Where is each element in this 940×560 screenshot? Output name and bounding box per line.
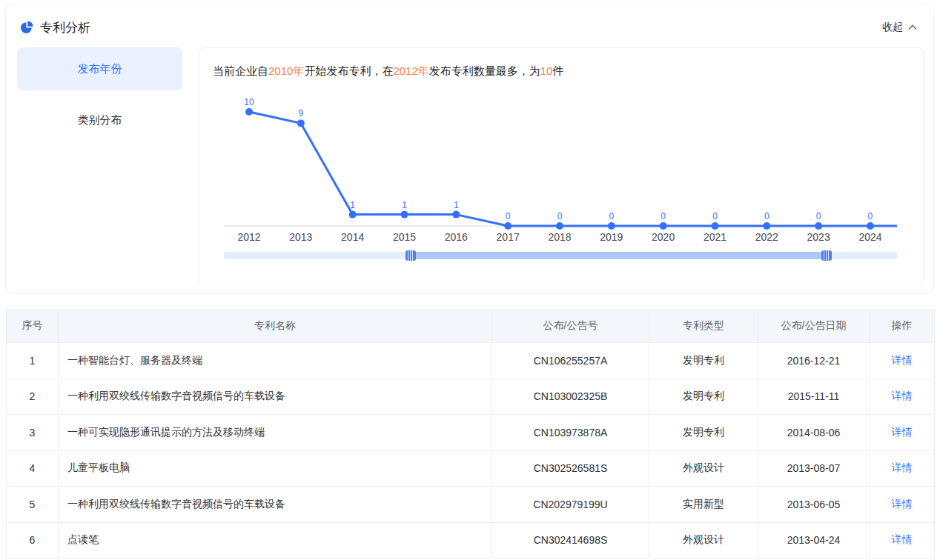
tab-publish-year[interactable]: 发布年份 xyxy=(17,47,182,90)
patent-analysis-card: 专利分析 收起 发布年份 类别分布 当前企业自2010年开始发布专利，在2012… xyxy=(5,4,934,294)
x-axis-tick-label: 2019 xyxy=(600,231,623,243)
table-row: 2一种利用双绞线传输数字音视频信号的车载设备CN103002325B发明专利20… xyxy=(7,379,935,415)
table-header-cell: 公布/公告日期 xyxy=(758,310,870,343)
patent-table: 序号专利名称公布/公告号专利类型公布/公告日期操作 1一种智能台灯、服务器及终端… xyxy=(6,309,935,559)
detail-link[interactable]: 详情 xyxy=(892,498,913,510)
data-point-label: 0 xyxy=(712,211,718,221)
cell-number: CN103973878A xyxy=(492,415,649,451)
cell-date: 2013-08-07 xyxy=(758,450,870,487)
table-row: 1一种智能台灯、服务器及终端CN106255257A发明专利2016-12-21… xyxy=(7,343,935,379)
table-header-cell: 公布/公告号 xyxy=(492,310,649,343)
detail-link[interactable]: 详情 xyxy=(892,354,913,366)
cell-date: 2016-12-21 xyxy=(758,343,870,379)
data-point-label: 0 xyxy=(557,211,563,221)
cell-date: 2013-06-05 xyxy=(758,487,870,523)
cell-date: 2014-08-06 xyxy=(758,415,870,451)
cell-type: 外观设计 xyxy=(649,450,758,487)
cell-index: 4 xyxy=(7,450,59,487)
cell-name: 一种智能台灯、服务器及终端 xyxy=(59,343,492,379)
cell-index: 6 xyxy=(7,522,59,559)
cell-name: 一种可实现隐形通讯提示的方法及移动终端 xyxy=(59,415,492,451)
cell-index: 3 xyxy=(7,415,59,451)
card-body: 发布年份 类别分布 当前企业自2010年开始发布专利，在2012年发布专利数量最… xyxy=(6,43,933,284)
patent-year-line-chart: 1020129201312014120151201602017020180201… xyxy=(199,48,924,285)
detail-link[interactable]: 详情 xyxy=(892,390,913,401)
cell-index: 1 xyxy=(7,343,59,379)
x-axis-tick-label: 2023 xyxy=(807,231,830,243)
cell-name: 一种利用双绞线传输数字音视频信号的车载设备 xyxy=(59,379,492,415)
x-axis-tick-label: 2013 xyxy=(289,231,312,243)
detail-link[interactable]: 详情 xyxy=(892,533,913,545)
chevron-up-icon xyxy=(908,24,917,30)
data-point-label: 0 xyxy=(506,211,511,221)
pie-chart-icon xyxy=(20,21,33,34)
data-point-label: 9 xyxy=(298,108,303,119)
collapse-button[interactable]: 收起 xyxy=(882,21,917,34)
cell-number: CN302414698S xyxy=(492,522,649,559)
x-axis-tick-label: 2012 xyxy=(237,231,260,243)
table-header-cell: 专利名称 xyxy=(59,310,492,343)
data-point xyxy=(711,222,718,230)
collapse-label: 收起 xyxy=(882,21,903,34)
data-point xyxy=(763,222,770,230)
table-row: 6点读笔CN302414698S外观设计2013-04-24详情 xyxy=(7,522,935,559)
data-point xyxy=(400,211,408,219)
data-point xyxy=(504,222,512,230)
detail-link[interactable]: 详情 xyxy=(892,426,913,438)
datazoom-right-handle[interactable] xyxy=(821,250,832,261)
chart-panel: 当前企业自2010年开始发布专利，在2012年发布专利数量最多，为10件 102… xyxy=(199,47,924,284)
data-point-label: 0 xyxy=(816,211,821,221)
x-axis-tick-label: 2022 xyxy=(755,231,778,243)
cell-action: 详情 xyxy=(870,343,935,379)
cell-type: 实用新型 xyxy=(649,487,758,523)
table-row: 3一种可实现隐形通讯提示的方法及移动终端CN103973878A发明专利2014… xyxy=(7,415,935,451)
cell-name: 一种利用双绞线传输数字音视频信号的车载设备 xyxy=(59,487,492,523)
data-point xyxy=(815,222,822,230)
cell-action: 详情 xyxy=(870,487,935,523)
tab-category-distribution[interactable]: 类别分布 xyxy=(17,99,182,141)
cell-number: CN202979199U xyxy=(492,487,649,523)
data-point-label: 1 xyxy=(402,200,407,210)
data-point-label: 0 xyxy=(868,211,873,221)
table-header-row: 序号专利名称公布/公告号专利类型公布/公告日期操作 xyxy=(7,310,935,343)
x-axis-tick-label: 2015 xyxy=(393,231,416,243)
datazoom-selected-range[interactable] xyxy=(411,252,826,259)
data-point xyxy=(245,108,253,116)
data-point-label: 0 xyxy=(764,211,769,221)
cell-action: 详情 xyxy=(870,450,935,487)
card-header: 专利分析 收起 xyxy=(6,4,933,43)
x-axis-tick-label: 2018 xyxy=(548,231,571,243)
data-point xyxy=(660,222,667,230)
series-line xyxy=(249,112,897,226)
cell-number: CN106255257A xyxy=(492,343,649,379)
cell-action: 详情 xyxy=(870,522,935,559)
detail-link[interactable]: 详情 xyxy=(892,461,913,473)
cell-date: 2013-04-24 xyxy=(758,522,870,559)
data-point xyxy=(608,222,615,230)
cell-type: 发明专利 xyxy=(649,343,758,379)
cell-type: 外观设计 xyxy=(649,522,758,559)
cell-action: 详情 xyxy=(870,379,935,415)
cell-action: 详情 xyxy=(870,415,935,451)
datazoom-track[interactable] xyxy=(224,252,897,259)
page-title: 专利分析 xyxy=(40,19,90,36)
x-axis-tick-label: 2020 xyxy=(652,231,675,243)
x-axis-tick-label: 2017 xyxy=(497,231,520,243)
data-point xyxy=(297,119,305,127)
data-point-label: 10 xyxy=(244,97,254,107)
x-axis-tick-label: 2014 xyxy=(341,231,364,243)
cell-type: 发明专利 xyxy=(649,379,758,415)
data-point-label: 1 xyxy=(350,200,355,210)
table-row: 5一种利用双绞线传输数字音视频信号的车载设备CN202979199U实用新型20… xyxy=(7,487,935,523)
data-point xyxy=(556,222,563,230)
x-axis-tick-label: 2016 xyxy=(445,231,468,243)
table-body: 1一种智能台灯、服务器及终端CN106255257A发明专利2016-12-21… xyxy=(7,343,935,559)
cell-number: CN103002325B xyxy=(492,379,649,415)
data-point-label: 1 xyxy=(454,200,459,210)
x-axis-tick-label: 2021 xyxy=(704,231,726,243)
datazoom-left-handle[interactable] xyxy=(406,250,416,261)
side-tabs: 发布年份 类别分布 xyxy=(17,47,182,284)
table-header-cell: 序号 xyxy=(7,310,59,343)
data-point-label: 0 xyxy=(661,211,666,221)
table-header-cell: 操作 xyxy=(870,310,935,343)
